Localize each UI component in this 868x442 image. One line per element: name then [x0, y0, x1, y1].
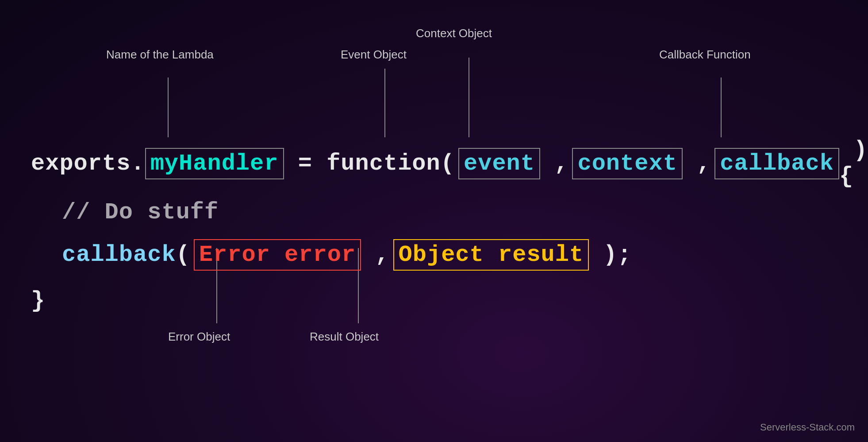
- result-object-label: Result Object: [310, 330, 379, 344]
- comma2: ,: [683, 151, 711, 177]
- handler-name: myHandler: [145, 148, 284, 179]
- open-paren: (: [441, 151, 455, 177]
- callback-param: callback: [714, 148, 839, 179]
- context-object-label: Context Object: [416, 27, 492, 40]
- callback2-keyword: callback: [62, 242, 176, 268]
- close-paren2: );: [589, 242, 632, 268]
- callback-function-label: Callback Function: [659, 48, 751, 62]
- equals-sign: =: [284, 151, 327, 177]
- event-object-label: Event Object: [341, 48, 407, 62]
- event-param: event: [458, 148, 540, 179]
- error-object-label: Error Object: [168, 330, 230, 344]
- open-paren2: (: [176, 242, 190, 268]
- comma1: ,: [540, 151, 568, 177]
- error-error-param: Error error: [194, 239, 361, 271]
- close-paren-brace: ) {: [839, 137, 868, 190]
- comment-text: // Do stuff: [62, 199, 219, 225]
- function-keyword: function: [326, 151, 441, 177]
- lambda-name-label: Name of the Lambda: [106, 48, 214, 62]
- exports-prefix: exports.: [31, 151, 145, 177]
- comma3: ,: [361, 242, 389, 268]
- object-result-param: Object result: [393, 239, 589, 271]
- close-brace: }: [31, 288, 45, 314]
- context-param: context: [572, 148, 682, 179]
- watermark: Serverless-Stack.com: [760, 422, 855, 433]
